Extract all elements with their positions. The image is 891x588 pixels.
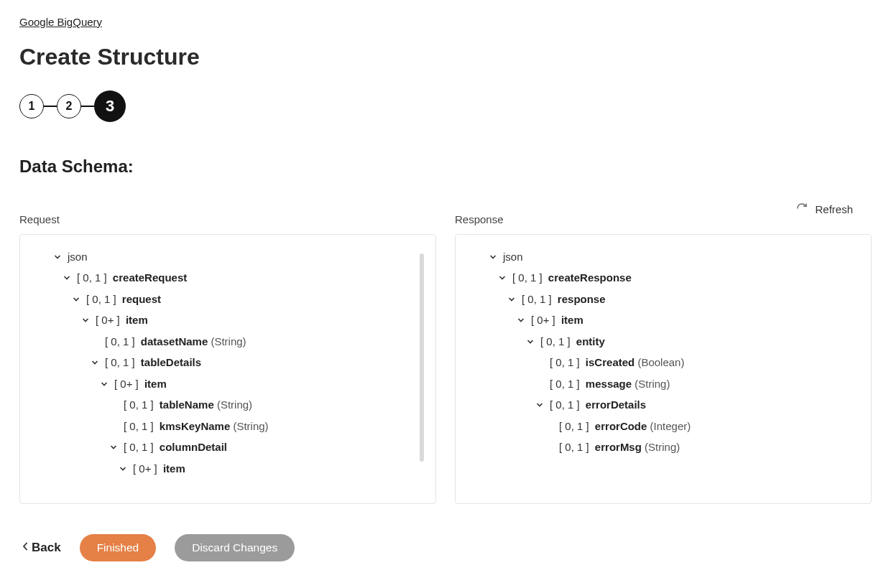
field-name: item [144, 378, 167, 390]
chevron-down-icon[interactable] [98, 378, 110, 390]
field-name: createRequest [113, 271, 187, 284]
cardinality-label: [ 0, 1 ] [559, 420, 592, 432]
tree-node[interactable]: [ 0, 1 ] errorDetails [463, 395, 864, 416]
step-3[interactable]: 3 [94, 90, 126, 122]
cardinality-label: [ 0+ ] [114, 378, 142, 390]
cardinality-label: [ 0, 1 ] [86, 293, 119, 305]
cardinality-label: [ 0, 1 ] [124, 420, 157, 432]
tree-node[interactable]: [ 0, 1 ] columnDetail [27, 437, 420, 459]
step-2[interactable]: 2 [57, 94, 81, 118]
chevron-down-icon[interactable] [506, 294, 517, 305]
cardinality-label: [ 0, 1 ] [550, 398, 583, 411]
chevron-left-icon [22, 541, 29, 555]
chevron-down-icon[interactable] [515, 314, 527, 326]
finished-button[interactable]: Finished [80, 534, 157, 561]
page-title: Create Structure [19, 44, 872, 70]
breadcrumb[interactable]: Google BigQuery [19, 16, 102, 28]
tree-node[interactable]: [ 0, 1 ] message (String) [463, 373, 864, 395]
tree-node[interactable]: [ 0, 1 ] createRequest [27, 268, 420, 289]
field-name: errorDetails [586, 398, 646, 411]
field-name: item [163, 462, 185, 475]
request-tree-panel: json[ 0, 1 ] createRequest[ 0, 1 ] reque… [19, 234, 436, 504]
step-indicator: 1 2 3 [19, 90, 872, 122]
chevron-down-icon[interactable] [80, 314, 91, 326]
field-name: tableName [160, 398, 214, 411]
field-name: response [558, 293, 606, 305]
tree-node[interactable]: [ 0, 1 ] isCreated (Boolean) [463, 353, 864, 374]
tree-node[interactable]: [ 0, 1 ] response [463, 289, 864, 310]
chevron-down-icon[interactable] [534, 399, 545, 411]
chevron-down-icon[interactable] [497, 272, 508, 284]
field-type: (String) [632, 378, 670, 390]
cardinality-label: [ 0, 1 ] [105, 335, 138, 347]
cardinality-label: [ 0, 1 ] [105, 356, 138, 368]
step-connector [81, 106, 94, 107]
field-name: columnDetail [160, 441, 227, 453]
tree-root-label: json [68, 251, 88, 263]
chevron-down-icon[interactable] [52, 251, 63, 263]
field-name: request [122, 293, 161, 305]
field-name: isCreated [586, 356, 634, 368]
tree-node[interactable]: [ 0+ ] item [27, 310, 420, 332]
cardinality-label: [ 0, 1 ] [522, 293, 555, 305]
cardinality-label: [ 0+ ] [96, 314, 123, 326]
back-label: Back [32, 541, 61, 555]
field-name: tableDetails [141, 356, 201, 368]
scrollbar[interactable] [420, 253, 424, 462]
tree-node[interactable]: [ 0, 1 ] kmsKeyName (String) [27, 416, 420, 437]
field-type: (Integer) [647, 420, 691, 432]
chevron-down-icon[interactable] [70, 294, 82, 305]
field-name: errorMsg [595, 441, 642, 453]
tree-node[interactable]: [ 0, 1 ] createResponse [463, 268, 864, 289]
request-label: Request [19, 213, 436, 225]
field-name: datasetName [141, 335, 208, 347]
chevron-down-icon[interactable] [89, 357, 101, 368]
field-name: errorCode [595, 420, 647, 432]
cardinality-label: [ 0, 1 ] [77, 271, 110, 284]
cardinality-label: [ 0+ ] [133, 462, 160, 475]
tree-node[interactable]: [ 0+ ] item [27, 458, 420, 480]
step-1[interactable]: 1 [19, 94, 44, 118]
tree-node[interactable]: [ 0+ ] item [463, 310, 864, 332]
chevron-down-icon[interactable] [108, 442, 119, 453]
cardinality-label: [ 0, 1 ] [550, 356, 583, 368]
field-name: item [126, 314, 148, 326]
field-type: (String) [642, 441, 680, 453]
field-name: kmsKeyName [160, 420, 230, 432]
field-type: (String) [214, 398, 252, 411]
field-name: item [561, 314, 583, 326]
tree-node[interactable]: [ 0, 1 ] datasetName (String) [27, 331, 420, 353]
cardinality-label: [ 0, 1 ] [124, 398, 157, 411]
tree-node[interactable]: [ 0, 1 ] entity [463, 331, 864, 353]
tree-node[interactable]: [ 0, 1 ] tableDetails [27, 353, 420, 374]
field-name: message [586, 378, 632, 390]
response-label: Response [455, 213, 872, 225]
section-title: Data Schema: [19, 157, 872, 177]
tree-node[interactable]: [ 0+ ] item [27, 373, 420, 395]
field-type: (String) [230, 420, 268, 432]
cardinality-label: [ 0, 1 ] [512, 271, 545, 284]
back-button[interactable]: Back [22, 541, 61, 555]
tree-node[interactable]: [ 0, 1 ] request [27, 289, 420, 310]
field-name: entity [576, 335, 605, 347]
tree-node[interactable]: json [463, 246, 864, 268]
cardinality-label: [ 0, 1 ] [559, 441, 592, 453]
chevron-down-icon[interactable] [61, 272, 73, 284]
chevron-down-icon[interactable] [525, 336, 536, 347]
field-type: (Boolean) [634, 356, 684, 368]
discard-button[interactable]: Discard Changes [175, 534, 295, 561]
tree-node[interactable]: [ 0, 1 ] errorCode (Integer) [463, 416, 864, 437]
cardinality-label: [ 0, 1 ] [540, 335, 573, 347]
tree-node[interactable]: [ 0, 1 ] tableName (String) [27, 395, 420, 416]
tree-node[interactable]: json [27, 246, 420, 268]
cardinality-label: [ 0, 1 ] [124, 441, 157, 453]
tree-root-label: json [503, 251, 523, 263]
chevron-down-icon[interactable] [117, 463, 129, 475]
field-name: createResponse [548, 271, 632, 284]
tree-node[interactable]: [ 0, 1 ] errorMsg (String) [463, 437, 864, 459]
response-tree-panel: json[ 0, 1 ] createResponse[ 0, 1 ] resp… [455, 234, 872, 504]
step-connector [44, 106, 57, 107]
field-type: (String) [208, 335, 246, 347]
chevron-down-icon[interactable] [487, 251, 499, 263]
cardinality-label: [ 0+ ] [531, 314, 558, 326]
